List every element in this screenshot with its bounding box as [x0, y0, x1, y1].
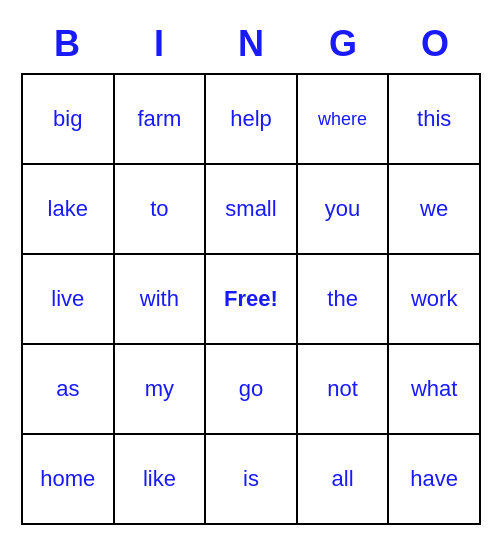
bingo-cell-0-1: farm [115, 75, 207, 163]
bingo-row-2: livewithFree!thework [23, 255, 479, 345]
bingo-grid: bigfarmhelpwherethislaketosmallyouwelive… [21, 73, 481, 525]
bingo-cell-1-0: lake [23, 165, 115, 253]
bingo-row-0: bigfarmhelpwherethis [23, 75, 479, 165]
bingo-cell-4-4: have [389, 435, 479, 523]
bingo-cell-4-3: all [298, 435, 390, 523]
bingo-cell-4-1: like [115, 435, 207, 523]
bingo-cell-0-3: where [298, 75, 390, 163]
header-letter-o: O [389, 19, 481, 69]
bingo-cell-0-0: big [23, 75, 115, 163]
bingo-cell-1-1: to [115, 165, 207, 253]
header-letter-g: G [297, 19, 389, 69]
bingo-cell-2-2: Free! [206, 255, 298, 343]
bingo-cell-2-4: work [389, 255, 479, 343]
bingo-row-3: asmygonotwhat [23, 345, 479, 435]
bingo-cell-3-1: my [115, 345, 207, 433]
bingo-cell-4-0: home [23, 435, 115, 523]
bingo-cell-1-2: small [206, 165, 298, 253]
bingo-cell-1-3: you [298, 165, 390, 253]
bingo-cell-3-3: not [298, 345, 390, 433]
bingo-row-1: laketosmallyouwe [23, 165, 479, 255]
bingo-cell-0-4: this [389, 75, 479, 163]
header-letter-n: N [205, 19, 297, 69]
header-letter-i: I [113, 19, 205, 69]
bingo-cell-4-2: is [206, 435, 298, 523]
bingo-cell-1-4: we [389, 165, 479, 253]
bingo-card: BINGO bigfarmhelpwherethislaketosmallyou… [11, 9, 491, 535]
bingo-header: BINGO [21, 19, 481, 69]
bingo-cell-0-2: help [206, 75, 298, 163]
bingo-row-4: homelikeisallhave [23, 435, 479, 523]
bingo-cell-2-1: with [115, 255, 207, 343]
header-letter-b: B [21, 19, 113, 69]
bingo-cell-3-0: as [23, 345, 115, 433]
bingo-cell-2-3: the [298, 255, 390, 343]
bingo-cell-3-2: go [206, 345, 298, 433]
bingo-cell-2-0: live [23, 255, 115, 343]
bingo-cell-3-4: what [389, 345, 479, 433]
